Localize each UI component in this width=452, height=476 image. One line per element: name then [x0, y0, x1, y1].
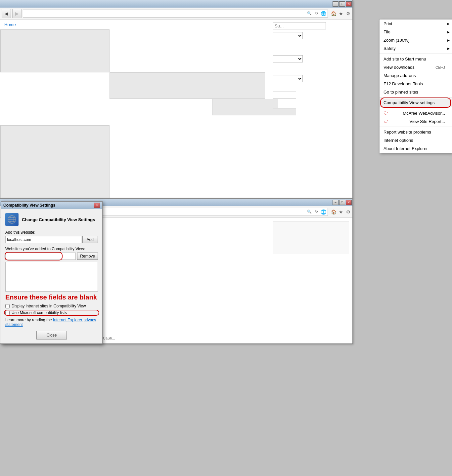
dialog-list-row: Remove	[5, 253, 98, 260]
form-row-5	[273, 92, 349, 99]
menu-item-internet-options[interactable]: Internet options	[380, 136, 452, 144]
checkbox-intranet[interactable]	[5, 304, 10, 308]
address-icons-2: 🔍 ↻ 🌐	[306, 209, 326, 215]
dialog-list-input[interactable]	[5, 253, 76, 260]
dialog-close-x-button[interactable]: ✕	[94, 203, 100, 208]
menu-item-mcafee-advisor-label: McAfee WebAdvisor...	[403, 111, 445, 116]
checkbox-intranet-label: Display intranet sites in Compatibility …	[12, 304, 86, 308]
dialog-footer: Close	[5, 331, 98, 339]
browser-content-area-top: Home	[0, 20, 352, 198]
refresh-icon[interactable]: ↻	[313, 11, 319, 17]
favorites-icon-2[interactable]: ★	[338, 209, 344, 215]
bottom-content-placeholder	[273, 221, 349, 254]
menu-item-view-downloads-label: View downloads	[384, 65, 415, 70]
ie-icon-2: 🌐	[320, 209, 326, 215]
ie-icon: 🌐	[320, 11, 326, 17]
add-website-label: Add this website:	[5, 230, 98, 235]
annotation-text: Ensure these fields are blank	[5, 294, 98, 301]
form-select-1[interactable]	[273, 32, 303, 39]
menu-item-about-ie[interactable]: About Internet Explorer	[380, 144, 452, 153]
ie-tools-menu: Print File Zoom (100%) Safety Add site t…	[379, 19, 452, 153]
menu-item-zoom[interactable]: Zoom (100%)	[380, 36, 452, 44]
menu-item-f12[interactable]: F12 Developer Tools	[380, 80, 452, 88]
menu-item-safety-label: Safety	[384, 46, 396, 51]
browser-toolbar-icons: 🏠 ★ ⚙	[331, 11, 351, 17]
menu-separator-2	[380, 97, 452, 98]
minimize-button[interactable]: –	[333, 1, 339, 7]
close-dialog-button[interactable]: Close	[36, 331, 67, 339]
menu-item-about-ie-label: About Internet Explorer	[384, 146, 428, 151]
favorites-icon[interactable]: ★	[338, 11, 344, 17]
tools-icon-2[interactable]: ⚙	[345, 209, 351, 215]
menu-item-compat-label: Compatibility View settings	[384, 100, 434, 105]
back-button[interactable]: ◀	[2, 9, 11, 18]
menu-item-report-problems[interactable]: Report website problems	[380, 128, 452, 136]
browser-window-top: – □ ✕ ◀ ▶ 🔍 ↻ 🌐 🏠 ★ ⚙ Home	[0, 0, 353, 198]
menu-item-view-site-report-label: View Site Report...	[410, 119, 445, 124]
address-bar: 🔍 ↻ 🌐	[23, 10, 328, 18]
menu-item-file[interactable]: File	[380, 28, 452, 36]
menu-item-internet-options-label: Internet options	[384, 138, 413, 143]
websites-label: Websites you've added to Compatibility V…	[5, 247, 98, 251]
home-link[interactable]: Home	[0, 20, 20, 30]
form-input-1[interactable]	[273, 22, 326, 29]
restore-button-2[interactable]: □	[339, 200, 345, 205]
minimize-button-2[interactable]: –	[333, 200, 339, 205]
remove-button[interactable]: Remove	[77, 253, 98, 260]
home-icon[interactable]: 🏠	[331, 11, 337, 17]
close-button[interactable]: ✕	[346, 1, 352, 7]
menu-separator-4	[380, 127, 452, 127]
search-icon-2[interactable]: 🔍	[306, 209, 312, 215]
menu-item-pinned-sites[interactable]: Go to pinned sites	[380, 88, 452, 96]
menu-item-report-problems-label: Report website problems	[384, 130, 431, 135]
dialog-title-bar: Compatibility View Settings ✕	[1, 202, 102, 209]
ie-globe-icon	[7, 215, 17, 224]
form-select-2[interactable]	[273, 55, 303, 62]
menu-item-f12-label: F12 Developer Tools	[384, 81, 423, 86]
form-row-6	[273, 108, 349, 115]
content-placeholder-3	[212, 99, 278, 115]
dialog-icon	[5, 213, 19, 226]
content-placeholder-2	[110, 72, 265, 99]
menu-item-view-downloads-shortcut: Ctrl+J	[435, 65, 445, 69]
search-icon[interactable]: 🔍	[306, 11, 312, 17]
title-bar-buttons-bottom: – □ ✕	[333, 200, 352, 205]
menu-item-add-site[interactable]: Add site to Start menu	[380, 55, 452, 63]
menu-item-manage-addons-label: Manage add-ons	[384, 73, 416, 78]
menu-item-compat[interactable]: Compatibility View settings	[380, 99, 452, 107]
menu-item-compat-wrapper: Compatibility View settings	[380, 99, 452, 107]
close-button-2[interactable]: ✕	[346, 200, 352, 205]
menu-item-zoom-label: Zoom (100%)	[384, 38, 410, 43]
menu-item-manage-addons[interactable]: Manage add-ons	[380, 71, 452, 80]
form-select-3[interactable]	[273, 75, 303, 82]
dialog-list-area: Remove Ensure these fields are blank	[5, 253, 98, 301]
menu-item-print[interactable]: Print	[380, 20, 452, 28]
browser-toolbar-icons-2: 🏠 ★ ⚙	[331, 209, 351, 215]
menu-item-safety[interactable]: Safety	[380, 44, 452, 53]
form-input-2[interactable]	[273, 92, 296, 99]
refresh-icon-2[interactable]: ↻	[313, 209, 319, 215]
dialog-title: Compatibility View Settings	[3, 203, 55, 208]
add-website-input[interactable]	[5, 236, 81, 243]
dialog-header: Change Compatibility View Settings	[5, 213, 98, 226]
add-website-button[interactable]: Add	[82, 236, 98, 243]
checkbox-intranet-row: Display intranet sites in Compatibility …	[5, 304, 98, 308]
forward-button[interactable]: ▶	[12, 9, 22, 18]
privacy-text: Learn more by reading the	[5, 318, 53, 322]
mcafee-shield-icon-2: 🛡	[384, 119, 388, 124]
menu-item-view-site-report[interactable]: 🛡 View Site Report...	[380, 117, 452, 126]
restore-button[interactable]: □	[339, 1, 345, 7]
add-website-row: Add	[5, 236, 98, 243]
dialog-listbox[interactable]	[5, 262, 98, 292]
checkbox-mscompat[interactable]	[5, 311, 10, 315]
menu-item-file-label: File	[384, 29, 390, 34]
address-input[interactable]	[24, 11, 305, 16]
home-icon-2[interactable]: 🏠	[331, 209, 337, 215]
menu-item-mcafee-advisor[interactable]: 🛡 McAfee WebAdvisor...	[380, 109, 452, 117]
menu-item-add-site-label: Add site to Start menu	[384, 57, 426, 61]
menu-item-view-downloads[interactable]: View downloads Ctrl+J	[380, 63, 452, 71]
bottom-label: CaSh...	[103, 336, 115, 340]
form-row-1	[273, 22, 349, 29]
tools-icon[interactable]: ⚙	[345, 11, 351, 17]
menu-separator-3	[380, 108, 452, 108]
